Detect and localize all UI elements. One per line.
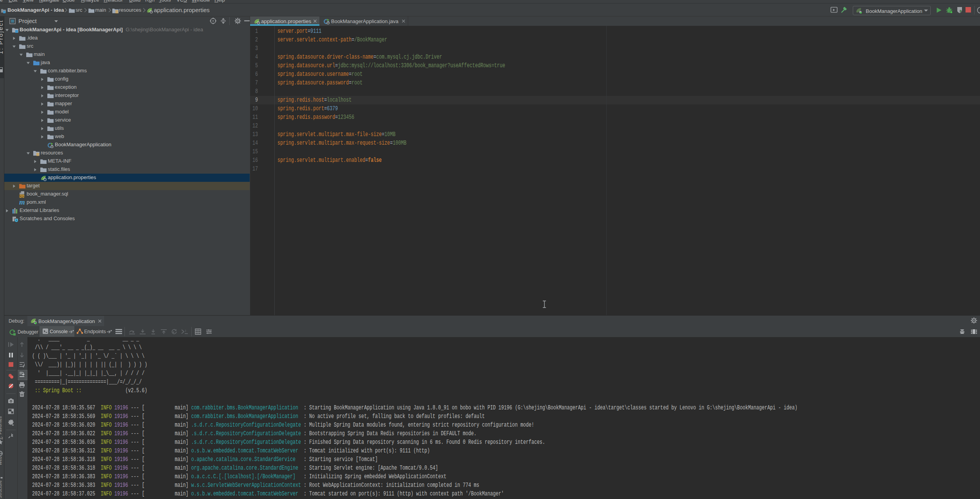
svg-text:m: m [19,199,25,206]
svg-text:I: I [185,329,186,333]
svg-text:SQL: SQL [19,195,25,198]
